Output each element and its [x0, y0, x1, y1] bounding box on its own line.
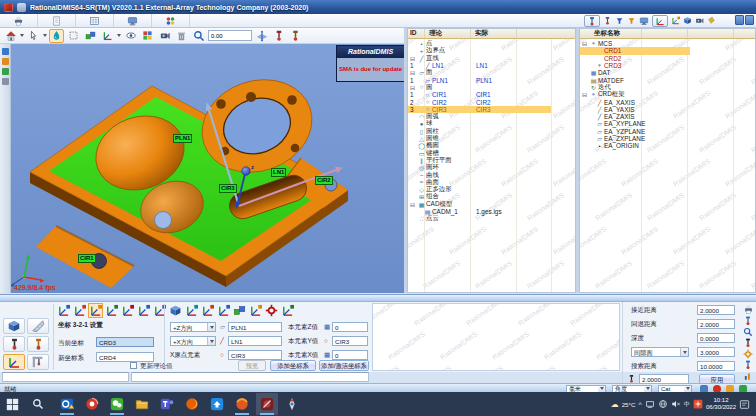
- add-activate-coord-button[interactable]: 添加/激活坐标系: [319, 360, 369, 371]
- plane-align-button[interactable]: [254, 29, 269, 43]
- preview-button[interactable]: 预览: [238, 360, 266, 371]
- feature-row-circle[interactable]: ○圆: [408, 84, 575, 91]
- display-tray-icon[interactable]: [645, 400, 655, 409]
- box-select-button[interactable]: [66, 29, 81, 43]
- feature-row-cad-model[interactable]: ▦CAD模型: [408, 201, 575, 208]
- probe-small-icon[interactable]: [603, 16, 612, 26]
- gear-icon[interactable]: [743, 349, 753, 359]
- tray-app-icon[interactable]: [693, 399, 703, 409]
- x-direction-select[interactable]: +X方向: [170, 336, 216, 346]
- coord-row-crd1-selected[interactable]: CRD1: [580, 47, 690, 54]
- axis-add-icon[interactable]: [671, 16, 680, 25]
- solid-view-button[interactable]: [83, 29, 98, 43]
- taskbar-teams[interactable]: [156, 393, 178, 415]
- coordinate-setup-button-active[interactable]: [3, 354, 25, 370]
- coord-method-8-button[interactable]: [168, 303, 183, 318]
- feature-label-cir2[interactable]: CIR2: [315, 176, 333, 185]
- feature-label-cir1[interactable]: CIR1: [78, 254, 96, 263]
- taskbar-browser-ball[interactable]: [231, 393, 253, 415]
- probe-inspect-button[interactable]: [191, 29, 206, 43]
- probe-config-button[interactable]: [3, 336, 25, 352]
- home-dropdown-caret[interactable]: [20, 34, 24, 37]
- z-feature-field[interactable]: PLN1: [228, 322, 282, 332]
- feature-row-line[interactable]: ╱直线: [408, 55, 575, 62]
- feature-label-cir3[interactable]: CIR3: [219, 184, 237, 193]
- coord-row-ea-zxplane[interactable]: ▱EA_ZXPLANE: [580, 135, 755, 142]
- strip-measure-icon[interactable]: [2, 58, 9, 65]
- origin-feature-field[interactable]: CIR3: [228, 350, 282, 360]
- col-coord-name[interactable]: 坐标名称: [580, 29, 641, 38]
- strip-cad-icon[interactable]: [2, 68, 9, 75]
- coord-row-ea-yaxis[interactable]: ╱EA_YAXIS: [580, 106, 755, 113]
- calibration-button[interactable]: [27, 318, 49, 334]
- cube-icon[interactable]: [683, 16, 692, 25]
- title-bar[interactable]: RationalDMIS64-SR(TM) V2020.1.1 External…: [0, 0, 756, 14]
- element-y-field[interactable]: CIR3: [332, 336, 368, 346]
- coord-row-crd3[interactable]: ⌖CRD3: [580, 62, 755, 69]
- col-actual[interactable]: 实际: [470, 29, 516, 38]
- coord-method-4-button[interactable]: [104, 303, 119, 318]
- strip-view-icon[interactable]: [2, 48, 9, 55]
- tolerance-input[interactable]: [208, 30, 252, 41]
- feature-row-cir2[interactable]: 2○CIR2CIR2: [408, 98, 575, 105]
- notification-center-icon[interactable]: [739, 399, 750, 410]
- feature-label-ln1[interactable]: LN1: [271, 168, 286, 177]
- probe-view-button[interactable]: [271, 29, 286, 43]
- col-theoretical[interactable]: 理论: [424, 29, 470, 38]
- coord-method-12-button[interactable]: [232, 303, 247, 318]
- coord-method-14-button[interactable]: [264, 303, 279, 318]
- depth-field[interactable]: 0.0000: [697, 333, 735, 343]
- coord-method-9-button[interactable]: [184, 303, 199, 318]
- col-id[interactable]: ID: [408, 29, 424, 38]
- dock-pin-button[interactable]: [735, 15, 744, 25]
- tab-graphics[interactable]: [152, 14, 190, 27]
- coord-row-ea-zaxis[interactable]: ╱EA_ZAXIS: [580, 113, 755, 120]
- clear-button[interactable]: [174, 29, 189, 43]
- print-icon[interactable]: [743, 304, 754, 315]
- coord-method-1-button[interactable]: [56, 303, 71, 318]
- probe-icon[interactable]: [743, 316, 753, 326]
- coord-mode-button[interactable]: [652, 15, 668, 27]
- speaker-muted-icon[interactable]: [671, 399, 681, 409]
- coord-row-ea-yzplane[interactable]: ▱EA_YZPLANE: [580, 128, 755, 135]
- probe-move-icon[interactable]: [743, 360, 753, 370]
- coord-row-dat[interactable]: ▦DAT: [580, 69, 755, 76]
- expander-icon[interactable]: [408, 201, 417, 208]
- feature-label-pln1[interactable]: PLN1: [173, 134, 192, 143]
- machine-view-button[interactable]: [3, 318, 25, 334]
- probe-dark-icon[interactable]: [743, 338, 753, 348]
- taskbar-clock[interactable]: 10:1206/30/2022: [706, 397, 736, 411]
- display-icon[interactable]: [639, 16, 649, 26]
- coord-row-crd2[interactable]: CRD2: [580, 55, 755, 62]
- x-feature-field[interactable]: LN1: [228, 336, 282, 346]
- cursor-dropdown-caret[interactable]: [43, 34, 47, 37]
- coord-row-mcs[interactable]: ⌖MCS: [580, 40, 755, 47]
- tray-expand-chevron[interactable]: ^: [638, 401, 641, 408]
- coord-method-6-button[interactable]: [136, 303, 151, 318]
- tab-display[interactable]: [114, 14, 152, 27]
- approach-field[interactable]: 2.0000: [697, 305, 735, 315]
- expander-icon[interactable]: [408, 84, 417, 91]
- home-view-button[interactable]: [3, 29, 18, 43]
- retract-field[interactable]: 2.0000: [697, 319, 735, 329]
- coord-row-ea-xaxis[interactable]: ╱EA_XAXIS: [580, 98, 755, 105]
- filter-blue-icon[interactable]: [615, 16, 624, 26]
- start-button[interactable]: [2, 393, 24, 415]
- coord-method-2-button[interactable]: [72, 303, 87, 318]
- quick-menu-icon[interactable]: [17, 3, 26, 12]
- taskbar-outlook[interactable]: [56, 393, 78, 415]
- element-x-field[interactable]: 0: [332, 350, 368, 360]
- ime-indicator[interactable]: 中: [684, 400, 690, 409]
- taskbar-rocket-app[interactable]: [281, 393, 303, 415]
- tab-table[interactable]: [76, 14, 114, 27]
- clearance-field[interactable]: 3.0000: [697, 347, 735, 357]
- temperature[interactable]: 25°C: [622, 401, 636, 408]
- feature-row-cir1[interactable]: 1○CIR1CIR1: [408, 91, 575, 98]
- update-theoretical-checkbox[interactable]: [130, 362, 137, 369]
- weather-icon[interactable]: ☁: [611, 400, 619, 409]
- color-settings-button[interactable]: [140, 29, 155, 43]
- capture-button[interactable]: [157, 29, 172, 43]
- clearance-select[interactable]: 间隙面: [631, 347, 689, 357]
- expander-icon[interactable]: [408, 69, 417, 76]
- search-field[interactable]: 10.0000: [697, 361, 735, 371]
